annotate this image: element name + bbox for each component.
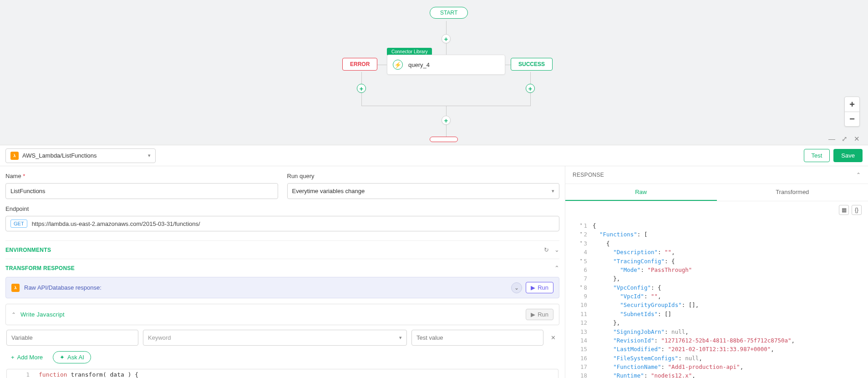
expand-icon[interactable]: ⤢	[842, 135, 848, 143]
refresh-icon[interactable]: ↻	[544, 246, 549, 253]
chevron-down-icon[interactable]: ⌄	[554, 246, 559, 253]
name-label: Name *	[5, 173, 278, 179]
http-method-badge: GET	[10, 220, 27, 228]
connector-select[interactable]: λ AWS_Lambda/ListFunctions ▾	[5, 148, 156, 163]
add-node-button[interactable]: +	[442, 116, 451, 125]
chevron-up-icon[interactable]: ⌃	[554, 265, 559, 271]
add-node-button[interactable]: +	[357, 84, 366, 93]
keyword-select[interactable]: Keyword ▾	[143, 330, 407, 346]
transform-section[interactable]: TRANSFORM RESPONSE ⌃	[5, 259, 559, 277]
connector-select-label: AWS_Lambda/ListFunctions	[22, 152, 97, 159]
connector-line	[446, 43, 447, 55]
editor-panel: λ AWS_Lambda/ListFunctions ▾ Test Save N…	[0, 145, 868, 378]
zoom-controls: + −	[844, 97, 860, 127]
connector-line	[361, 72, 362, 84]
connector-line	[446, 125, 447, 137]
flow-canvas[interactable]: START + Connector Library ⚡ query_4 ERRO…	[0, 0, 868, 145]
success-node[interactable]: SUCCESS	[511, 58, 553, 71]
connector-line	[505, 65, 511, 65]
connector-line	[361, 93, 362, 106]
write-js-label: Write Javascript	[20, 311, 65, 318]
chevron-up-icon[interactable]: ⌃	[856, 172, 861, 178]
connector-line	[530, 93, 531, 106]
code-editor-line[interactable]: 1function transform( data ) {	[7, 369, 558, 378]
chevron-up-icon: ⌃	[11, 312, 16, 318]
table-view-icon[interactable]: ▦	[839, 205, 849, 215]
variable-input[interactable]	[6, 330, 138, 346]
connector-line	[446, 106, 447, 116]
remove-row-icon[interactable]: ✕	[548, 334, 558, 341]
test-button[interactable]: Test	[804, 149, 830, 162]
query-node-label: query_4	[408, 61, 430, 68]
end-node-partial	[430, 137, 458, 142]
raw-response-label: Raw API/Database response:	[24, 284, 102, 291]
connector-icon: ⚡	[393, 60, 403, 70]
run-button[interactable]: ▶ Run	[526, 282, 553, 293]
variable-row: Keyword ▾ ✕	[5, 330, 559, 346]
run-query-value: Everytime variables change	[292, 188, 365, 194]
test-value-input[interactable]	[411, 330, 543, 346]
keyword-placeholder: Keyword	[148, 334, 171, 341]
endpoint-label: Endpoint	[5, 205, 559, 212]
start-node[interactable]: START	[430, 7, 468, 19]
run-button-disabled: ▶ Run	[526, 309, 553, 320]
connector-line	[446, 21, 447, 35]
endpoint-field[interactable]: GET https://lambda.us-east-2.amazonaws.c…	[5, 216, 559, 231]
tab-raw[interactable]: Raw	[565, 184, 717, 201]
error-node[interactable]: ERROR	[342, 58, 377, 71]
save-button[interactable]: Save	[833, 149, 863, 162]
chevron-down-icon: ▾	[148, 153, 151, 158]
raw-response-row: λ Raw API/Database response: ⌄ ▶ Run	[5, 277, 559, 298]
add-node-button[interactable]: +	[442, 34, 451, 43]
panel-window-controls: — ⤢ ✕	[828, 135, 860, 143]
zoom-in-button[interactable]: +	[845, 97, 859, 112]
transform-title: TRANSFORM RESPONSE	[5, 265, 75, 271]
panel-header: λ AWS_Lambda/ListFunctions ▾ Test Save	[0, 145, 868, 166]
chevron-down-icon: ▾	[552, 188, 554, 194]
environments-title: ENVIRONMENTS	[5, 247, 51, 253]
minimize-icon[interactable]: —	[828, 135, 835, 143]
ask-ai-button[interactable]: ✦ Ask AI	[53, 351, 91, 363]
chevron-down-icon: ▾	[399, 335, 402, 341]
run-query-label: Run query	[287, 173, 560, 179]
json-view-icon[interactable]: {}	[852, 205, 862, 215]
config-pane: Name * Run query Everytime variables cha…	[0, 166, 565, 378]
response-pane: RESPONSE ⌃ Raw Transformed ▦ {} ▾1{▾2 "F…	[565, 166, 868, 378]
environments-section[interactable]: ENVIRONMENTS ↻ ⌄	[5, 240, 559, 259]
response-title: RESPONSE	[573, 172, 604, 178]
query-node[interactable]: ⚡ query_4	[387, 55, 505, 75]
connector-line	[530, 72, 531, 84]
add-node-button[interactable]: +	[526, 84, 535, 93]
close-icon[interactable]: ✕	[854, 135, 860, 143]
name-input[interactable]	[5, 183, 278, 199]
response-tabs: Raw Transformed	[565, 184, 868, 201]
expand-chevron-icon[interactable]: ⌄	[511, 282, 522, 293]
add-more-button[interactable]: + Add More	[6, 351, 47, 363]
write-js-row[interactable]: ⌃ Write Javascript ▶ Run	[5, 304, 559, 325]
json-viewer[interactable]: ▾1{▾2 "Functions": [▾3 {4 "Description":…	[565, 219, 868, 378]
response-header[interactable]: RESPONSE ⌃	[565, 166, 868, 184]
aws-lambda-icon: λ	[11, 284, 20, 292]
zoom-out-button[interactable]: −	[845, 112, 859, 126]
endpoint-url: https://lambda.us-east-2.amazonaws.com/2…	[32, 220, 200, 227]
tab-transformed[interactable]: Transformed	[717, 184, 868, 201]
aws-lambda-icon: λ	[10, 152, 19, 160]
run-query-select[interactable]: Everytime variables change ▾	[287, 183, 560, 199]
